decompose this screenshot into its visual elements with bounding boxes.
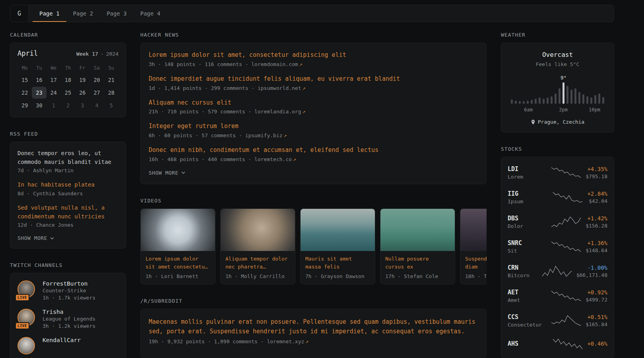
- weather-bar-fill: [555, 93, 557, 104]
- weather-widget: WEATHER Overcast Feels like 5°C: [501, 32, 614, 132]
- weather-bar: [531, 82, 533, 104]
- twitch-channel-info: Trisha League of Legends 3h · 1.2k viewe…: [43, 309, 95, 329]
- twitch-widget: TWITCH CHANNELS LIVE ForrestBurton Count…: [10, 262, 126, 358]
- hn-item-title[interactable]: Donec enim nibh, condimentum et accumsan…: [149, 146, 478, 155]
- hn-show-more-button[interactable]: SHOW MORE: [149, 170, 478, 176]
- video-card[interactable]: Lorem ipsum dolor sit amet consectetu… 1…: [140, 208, 215, 284]
- hn-item-meta: 21h · 710 points · 579 comments · loreml…: [149, 109, 478, 115]
- stock-price: $148.64: [586, 247, 607, 253]
- rss-item-title[interactable]: Donec tempor eros leo, ut commodo mauris…: [17, 149, 118, 166]
- weather-bar-fill: [551, 96, 553, 104]
- twitch-channel[interactable]: LIVE ForrestBurton Counter-Strike 1h · 1…: [17, 280, 118, 301]
- reddit-post-domain[interactable]: loremnet.xyz: [267, 339, 304, 344]
- stock-values: +4.35% $795.18: [586, 166, 607, 179]
- stock-price: $66,171.48: [576, 272, 607, 278]
- calendar-day: 28: [104, 87, 118, 99]
- nav-tab[interactable]: Page 1: [33, 5, 66, 22]
- calendar-year: 2024: [106, 51, 118, 57]
- rss-box: Donec tempor eros leo, ut commodo mauris…: [10, 142, 126, 249]
- video-card[interactable]: Nullam posuere cursus ex 17h · Stefan Co…: [380, 208, 455, 284]
- weather-bar: [547, 82, 549, 104]
- calendar-day: 1: [47, 99, 61, 111]
- hn-item-domain[interactable]: loremdomain.com: [251, 61, 298, 67]
- rss-item[interactable]: Donec tempor eros leo, ut commodo mauris…: [17, 149, 118, 173]
- video-card-body: Nullam posuere cursus ex 17h · Stefan Co…: [380, 251, 455, 284]
- stock-name: Amet: [508, 297, 547, 303]
- video-thumbnail[interactable]: [460, 209, 487, 251]
- video-card[interactable]: Aliquam tempor dolor nec pharetra… 1h · …: [220, 208, 295, 284]
- video-card[interactable]: Mauris sit amet massa felis 7h · Grayson…: [300, 208, 375, 284]
- video-title[interactable]: Mauris sit amet massa felis: [305, 255, 370, 271]
- rss-show-more-button[interactable]: SHOW MORE: [17, 235, 118, 241]
- hn-item[interactable]: Lorem ipsum dolor sit amet, consectetur …: [149, 51, 478, 67]
- hn-item-title[interactable]: Lorem ipsum dolor sit amet, consectetur …: [149, 51, 478, 60]
- nav-tab[interactable]: Page 2: [66, 5, 100, 22]
- video-title[interactable]: Aliquam tempor dolor nec pharetra…: [225, 255, 290, 271]
- calendar-header: April Week 17·2024: [17, 49, 118, 57]
- reddit-post-meta: 19h · 9,932 points · 1,090 comments · lo…: [149, 339, 478, 344]
- video-thumbnail[interactable]: [141, 209, 215, 251]
- reddit-post-title[interactable]: Maecenas mollis pulvinar erat non posuer…: [149, 317, 478, 336]
- hn-item-title[interactable]: Integer eget rutrum lorem: [149, 122, 478, 131]
- video-title[interactable]: Lorem ipsum dolor sit amet consectetu…: [145, 255, 210, 271]
- weather-bar: [602, 82, 604, 104]
- calendar-day: 18: [61, 74, 75, 86]
- weather-bar: [594, 82, 596, 104]
- stock-symbol: AET: [508, 289, 547, 296]
- external-link-icon: ↗: [299, 61, 303, 67]
- rss-item-meta: 7d · Ashlyn Martin: [17, 167, 118, 173]
- weather-bar-fill: [543, 99, 545, 104]
- hn-item[interactable]: Donec imperdiet augue tincidunt felis al…: [149, 75, 478, 91]
- calendar-week-year: Week 17·2024: [76, 51, 118, 57]
- reddit-post[interactable]: Maecenas mollis pulvinar erat non posuer…: [149, 317, 478, 344]
- subreddit-widget: /R/SUBREDDIT Maecenas mollis pulvinar er…: [140, 298, 487, 358]
- rss-widget-title: RSS FEED: [10, 131, 126, 137]
- calendar-day: 4: [89, 99, 104, 111]
- videos-widget-title: VIDEOS: [140, 198, 487, 204]
- rss-item[interactable]: In hac habitasse platea 8d · Cynthia Sau…: [17, 181, 118, 197]
- stock-name: Bitcorn: [508, 272, 537, 278]
- weather-bar-fill: [574, 88, 576, 104]
- nav-tab[interactable]: Page 3: [100, 5, 134, 22]
- hn-item-domain[interactable]: ipsumify.biz: [245, 132, 283, 138]
- rss-item-title[interactable]: In hac habitasse platea: [17, 181, 118, 189]
- weather-bar-fill: [602, 97, 604, 104]
- stock-values: +0.92% $499.72: [586, 289, 607, 303]
- app-logo[interactable]: G: [10, 5, 29, 22]
- video-title[interactable]: Suspendisse diam: [465, 255, 487, 271]
- weather-time-label: 10pm: [589, 107, 600, 113]
- stock-change: +1.36%: [586, 240, 607, 246]
- hn-item[interactable]: Donec enim nibh, condimentum et accumsan…: [149, 146, 478, 162]
- stock-price: $499.72: [586, 297, 607, 303]
- video-thumbnail[interactable]: [301, 209, 375, 251]
- stock-price: $42.04: [587, 198, 607, 204]
- nav-tab[interactable]: Page 4: [134, 5, 167, 22]
- video-thumbnail[interactable]: [380, 209, 455, 251]
- hn-item-title[interactable]: Aliquam nec cursus elit: [149, 99, 478, 107]
- hn-item[interactable]: Aliquam nec cursus elit 21h · 710 points…: [149, 99, 478, 115]
- twitch-channel[interactable]: LIVE KendallCarr: [17, 337, 118, 356]
- weather-bar: [519, 82, 521, 104]
- hn-item[interactable]: Integer eget rutrum lorem 6h · 60 points…: [149, 122, 478, 138]
- rss-item-title[interactable]: Sed volutpat nulla nisl, a condimentum n…: [17, 204, 118, 221]
- rss-item[interactable]: Sed volutpat nulla nisl, a condimentum n…: [17, 204, 118, 228]
- hn-item-domain[interactable]: loremlandia.org: [254, 109, 301, 115]
- video-meta: 17h · Stefan Cole: [385, 273, 450, 279]
- twitch-channel-name[interactable]: KendallCarr: [43, 337, 81, 343]
- twitch-channel-name[interactable]: ForrestBurton: [43, 280, 95, 287]
- stock-id: AET Amet: [508, 289, 547, 303]
- stock-sparkline: [552, 338, 583, 350]
- video-title[interactable]: Nullam posuere cursus ex: [385, 255, 450, 271]
- video-thumbnail[interactable]: [221, 209, 295, 251]
- stock-id: LDI Lorem: [508, 165, 547, 180]
- twitch-channel[interactable]: LIVE Trisha League of Legends 3h · 1.2k …: [17, 309, 118, 329]
- stock-row: AET Amet +0.92% $499.72: [508, 284, 607, 308]
- hn-item-domain[interactable]: loremtech.co: [254, 156, 292, 162]
- hn-item-domain[interactable]: ipsumworld.net: [258, 85, 301, 91]
- video-card[interactable]: Suspendisse diam 18h · Tara: [460, 208, 487, 284]
- stock-symbol: DBS: [508, 215, 547, 222]
- stock-name: Consectetur: [508, 322, 547, 328]
- twitch-channel-name[interactable]: Trisha: [43, 309, 95, 315]
- hn-item-title[interactable]: Donec imperdiet augue tincidunt felis al…: [149, 75, 478, 84]
- weather-bar-fill: [598, 93, 600, 104]
